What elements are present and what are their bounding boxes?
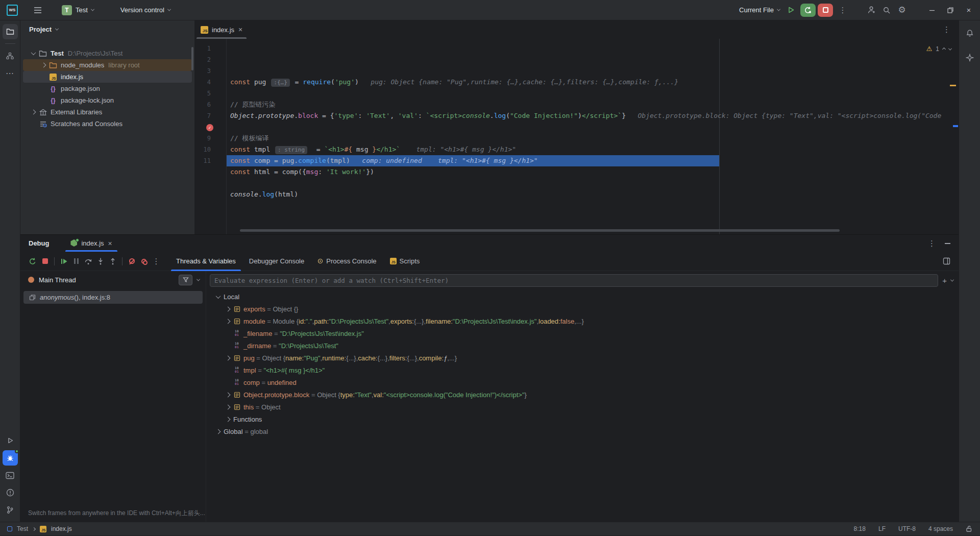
chevron-right-icon[interactable] [225, 306, 230, 311]
chevron-right-icon[interactable] [31, 110, 36, 115]
run-config-selector[interactable]: Current File [736, 3, 783, 18]
inspections-widget[interactable]: ⚠1 [926, 43, 951, 55]
chevron-right-icon[interactable] [225, 392, 230, 397]
step-out-button[interactable] [107, 256, 118, 267]
variable-row-_dirname[interactable]: 1001_dirname = "D:\Projects\Js\Test" [206, 339, 959, 352]
settings-button[interactable]: ⚙ [894, 3, 910, 17]
chevron-down-icon[interactable] [31, 50, 36, 55]
problems-tool-button[interactable] [3, 485, 18, 500]
step-over-button[interactable] [83, 256, 94, 267]
more-actions-button[interactable]: ⋮ [835, 3, 850, 17]
ai-assistant-button[interactable] [962, 50, 977, 65]
project-tool-button[interactable] [3, 24, 18, 39]
variable-row-module[interactable]: module = Module {id: ".",path: "D:\Proje… [206, 315, 959, 327]
debug-options-button[interactable]: ⋮ [928, 239, 936, 248]
terminal-tool-button[interactable] [3, 468, 18, 483]
rerun-button[interactable] [27, 256, 38, 267]
debug-session-tab[interactable]: index.js × [64, 235, 118, 252]
scrollbar-thumb[interactable] [191, 47, 193, 70]
filter-frames-button[interactable] [179, 275, 192, 285]
chevron-right-icon[interactable] [225, 319, 230, 324]
thread-header[interactable]: Main Thread [20, 272, 206, 287]
maximize-button[interactable] [941, 0, 960, 20]
debug-tool-button[interactable] [3, 450, 18, 466]
tree-item-index.js[interactable]: JSindex.js [23, 71, 192, 83]
readonly-lock-icon[interactable] [966, 525, 973, 532]
line-separator[interactable]: LF [878, 525, 886, 532]
breadcrumb-project[interactable]: Test [17, 525, 28, 532]
view-breakpoints-button[interactable] [138, 256, 150, 267]
variable-row-this[interactable]: this = Object [206, 401, 959, 413]
structure-tool-button[interactable] [3, 48, 18, 63]
tree-item-External Libraries[interactable]: External Libraries [23, 106, 192, 118]
variable-row-tmpl[interactable]: 1001tmpl = "<h1>#{ msg }</h1>" [206, 364, 959, 376]
main-menu-button[interactable] [30, 3, 45, 17]
variable-row-comp[interactable]: 1001comp = undefined [206, 376, 959, 388]
warning-stripe-mark[interactable] [950, 85, 956, 86]
line-number[interactable]: 5 [195, 88, 226, 99]
line-number[interactable]: 6 [195, 99, 226, 110]
breakpoint-icon[interactable]: ✓ [195, 121, 226, 133]
variable-row-pug[interactable]: pug = Object {name: "Pug",runtime: {...}… [206, 352, 959, 364]
editor-tabs-more-button[interactable]: ⋮ [943, 25, 950, 34]
project-panel-title[interactable]: Project [29, 26, 52, 33]
project-widget[interactable]: T Test [59, 3, 97, 18]
line-number[interactable]: 11 [195, 155, 226, 166]
hide-panel-button[interactable] [945, 243, 950, 244]
evaluate-expression-input[interactable]: Evaluate expression (Enter) or add a wat… [210, 274, 938, 287]
editor-tab-indexjs[interactable]: JS index.js × [195, 20, 248, 39]
current-line-stripe-mark[interactable] [953, 125, 958, 127]
version-control-tool-button[interactable] [3, 502, 18, 518]
line-number[interactable]: 2 [195, 54, 226, 65]
variable-row-exports[interactable]: exports = Object {} [206, 303, 959, 315]
vcs-widget[interactable]: Version control [117, 3, 174, 18]
tree-item-package.json[interactable]: {}package.json [23, 83, 192, 94]
resume-button[interactable] [58, 256, 69, 267]
indent-size[interactable]: 4 spaces [928, 525, 953, 532]
file-encoding[interactable]: UTF-8 [898, 525, 916, 532]
line-number[interactable]: 9 [195, 133, 226, 144]
next-issue-icon[interactable] [948, 46, 952, 50]
run-tool-button[interactable] [3, 433, 18, 448]
line-number[interactable]: 4 [195, 77, 226, 88]
variable-row-_filename[interactable]: 1001_filename = "D:\Projects\Js\Test\ind… [206, 327, 959, 339]
tab-scripts[interactable]: JS Scripts [383, 252, 427, 271]
tab-threads-variables[interactable]: Threads & Variables [169, 252, 242, 271]
minimize-button[interactable] [923, 0, 941, 20]
tab-debugger-console[interactable]: Debugger Console [242, 252, 311, 271]
step-into-button[interactable] [95, 256, 106, 267]
tab-process-console[interactable]: Process Console [311, 252, 383, 271]
stop-debug-button[interactable] [39, 256, 51, 267]
chevron-right-icon[interactable] [225, 404, 230, 409]
more-tools-button[interactable]: ⋯ [3, 65, 18, 81]
variable-row-Global[interactable]: Global = global [206, 425, 959, 437]
stop-button[interactable] [818, 4, 833, 17]
prev-issue-icon[interactable] [942, 47, 946, 51]
chevron-down-icon[interactable] [197, 277, 200, 281]
chevron-down-icon[interactable] [950, 278, 954, 282]
line-number[interactable]: 1 [195, 43, 226, 54]
mute-breakpoints-button[interactable] [126, 256, 137, 267]
rerun-debug-button[interactable] [800, 4, 816, 17]
close-tab-icon[interactable]: × [108, 239, 112, 248]
variable-row-Object.prototype.block[interactable]: Object.prototype.block = Object {type: "… [206, 388, 959, 401]
chevron-right-icon[interactable] [215, 429, 220, 434]
chevron-down-icon[interactable] [215, 294, 220, 299]
more-debug-actions-button[interactable]: ⋮ [151, 256, 162, 267]
pause-button[interactable] [70, 256, 82, 267]
variable-row-Local[interactable]: Local [206, 290, 959, 303]
run-button[interactable] [783, 3, 798, 17]
code-area[interactable]: const pug :{…} = require('pug') pug: Obj… [227, 39, 959, 234]
line-number[interactable]: 10 [195, 144, 226, 155]
horizontal-scrollbar[interactable] [240, 229, 840, 232]
layout-settings-icon[interactable] [943, 257, 950, 265]
tree-item-node_modules[interactable]: node_moduleslibrary root [23, 59, 192, 71]
tree-item-package-lock.json[interactable]: {}package-lock.json [23, 94, 192, 106]
breadcrumb-file[interactable]: index.js [51, 525, 72, 532]
caret-position[interactable]: 8:18 [854, 525, 866, 532]
stack-frame-item[interactable]: anonymous(), index.js:8 [23, 291, 203, 304]
code-with-me-button[interactable] [864, 3, 879, 17]
add-watch-icon[interactable]: + [942, 276, 947, 285]
search-everywhere-button[interactable] [879, 3, 894, 17]
close-tab-icon[interactable]: × [238, 26, 242, 34]
